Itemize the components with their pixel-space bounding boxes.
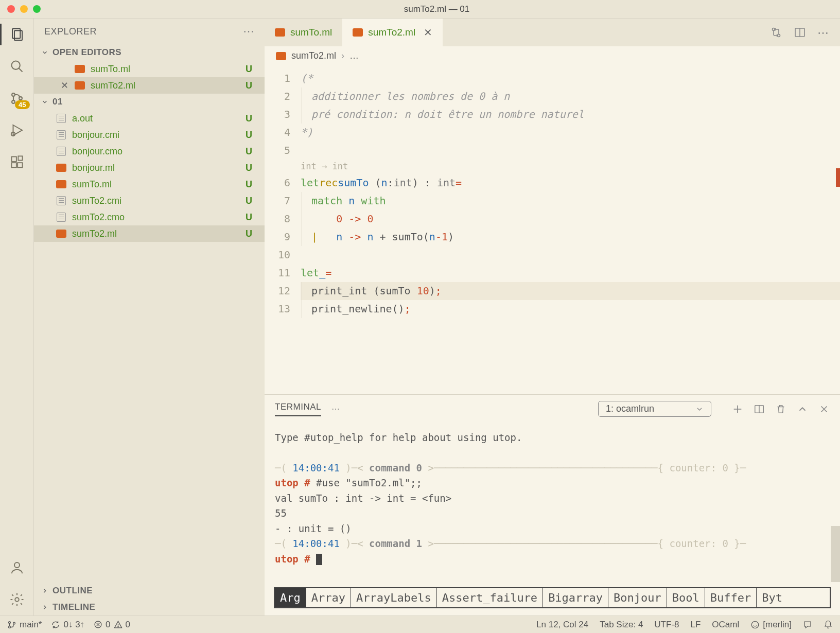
trash-icon[interactable] [775,403,786,415]
compare-changes-icon[interactable] [770,26,782,39]
scm-badge: 45 [15,100,29,109]
maximize-window-button[interactable] [33,5,41,13]
code-line[interactable]: let _ = [301,264,840,282]
file-item[interactable]: bonjour.mlU [34,160,265,176]
terminal-scrollbar[interactable] [831,526,840,582]
language-mode[interactable]: OCaml [712,620,739,630]
editor-tab[interactable]: sumTo2.ml✕ [342,19,443,46]
merlin-status[interactable]: [merlin] [750,620,792,630]
open-editor-item[interactable]: sumTo.mlU [34,61,265,77]
terminal-panel: TERMINAL ⋯ 1: ocamlrun [265,394,840,616]
completion-item[interactable]: Bonjour [608,588,667,607]
encoding[interactable]: UTF-8 [654,620,679,630]
svg-point-2 [11,61,20,69]
code-line[interactable]: match n with [301,192,840,210]
completion-item[interactable]: ArrayLabels [351,588,437,607]
file-name: bonjour.ml [72,163,115,173]
editor-tabs: sumTo.mlsumTo2.ml✕ ⋯ [265,19,840,46]
tab-actions: ⋯ [770,19,840,46]
panel-more-icon[interactable]: ⋯ [331,404,340,414]
code-line[interactable]: pré condition: n doit être un nombre nat… [301,106,840,124]
code-line[interactable]: *) [301,124,840,142]
git-status: U [246,80,258,91]
source-control-icon[interactable]: 45 [8,90,26,107]
code-line[interactable]: print_newline(); [301,300,840,318]
feedback-icon[interactable] [803,620,812,629]
code-line[interactable]: additionner les nombres de 0 à n [301,87,840,106]
file-icon [57,196,66,205]
cursor-position[interactable]: Ln 12, Col 24 [536,620,588,630]
file-name: sumTo.ml [72,179,112,190]
file-item[interactable]: sumTo2.cmiU [34,192,265,209]
terminal-output[interactable]: Type #utop_help for help about using uto… [265,423,840,582]
file-name: sumTo2.cmi [72,196,121,206]
tab-label: sumTo.ml [290,27,332,38]
git-status: U [246,130,258,140]
file-ml-icon [75,81,85,90]
search-icon[interactable] [8,58,26,75]
window-title: sumTo2.ml — 01 [41,4,833,14]
file-item[interactable]: a.outU [34,110,265,127]
completion-item[interactable]: Assert_failure [437,588,543,607]
editor-tab[interactable]: sumTo.ml [265,19,342,46]
settings-gear-icon[interactable] [8,591,26,608]
close-window-button[interactable] [7,5,15,13]
file-name: bonjour.cmo [72,146,122,157]
outline-section[interactable]: OUTLINE [34,583,265,599]
traffic-lights [7,5,41,13]
code-editor[interactable]: 12345678910111213 (*additionner les nomb… [265,65,840,394]
file-item[interactable]: bonjour.cmoU [34,143,265,160]
file-item[interactable]: bonjour.cmiU [34,127,265,143]
close-icon[interactable]: ✕ [61,80,70,91]
terminal-selector[interactable]: 1: ocamlrun [598,401,711,417]
maximize-panel-icon[interactable] [797,403,808,415]
folder-section[interactable]: 01 [34,94,265,110]
close-panel-icon[interactable] [818,403,830,415]
file-item[interactable]: sumTo2.cmoU [34,209,265,225]
code-line[interactable]: 0 -> 0 [301,210,840,228]
code-line[interactable]: (* [301,69,840,87]
tab-size[interactable]: Tab Size: 4 [600,620,643,630]
split-terminal-icon[interactable] [754,403,765,415]
code-line[interactable]: print_int (sumTo 10); [301,282,840,300]
file-item[interactable]: sumTo.mlU [34,176,265,192]
code-line[interactable] [301,142,840,160]
svg-point-12 [14,562,20,568]
branch-status[interactable]: main* [7,620,42,630]
completion-item[interactable]: Bool [667,588,705,607]
completion-item[interactable]: Array [306,588,351,607]
file-icon [57,114,66,123]
timeline-section[interactable]: TIMELINE [34,599,265,616]
eol[interactable]: LF [691,620,701,630]
terminal-cursor [316,554,322,565]
breadcrumb[interactable]: sumTo2.ml › … [265,46,840,65]
more-actions-icon[interactable]: ⋯ [817,26,830,39]
file-icon [57,147,66,156]
sidebar-more-icon[interactable]: ⋯ [243,25,255,38]
explorer-icon[interactable] [8,26,26,43]
completion-item[interactable]: Byt [757,588,787,607]
terminal-tab[interactable]: TERMINAL [275,402,321,416]
completion-item[interactable]: Arg [275,588,306,607]
problems-status[interactable]: 0 0 [94,620,130,630]
run-debug-icon[interactable] [8,121,26,139]
open-editors-section[interactable]: OPEN EDITORS [34,44,265,61]
minimap-marker [836,168,840,187]
completion-item[interactable]: Bigarray [543,588,608,607]
git-status: U [246,179,258,190]
open-editor-item[interactable]: ✕sumTo2.mlU [34,77,265,94]
code-line[interactable]: | n -> n + sumTo(n-1) [301,228,840,246]
extensions-icon[interactable] [8,153,26,171]
close-icon[interactable]: ✕ [424,26,432,39]
sync-status[interactable]: 0↓ 3↑ [51,620,84,630]
code-line[interactable]: let rec sumTo (n:int) : int = [301,174,840,192]
minimize-window-button[interactable] [20,5,28,13]
split-editor-icon[interactable] [794,26,806,39]
file-item[interactable]: sumTo2.mlU [34,225,265,242]
notifications-icon[interactable] [824,620,833,629]
code-line[interactable] [301,246,840,264]
svg-rect-10 [18,163,22,167]
account-icon[interactable] [8,559,26,576]
new-terminal-icon[interactable] [732,403,743,415]
completion-item[interactable]: Buffer [705,588,757,607]
